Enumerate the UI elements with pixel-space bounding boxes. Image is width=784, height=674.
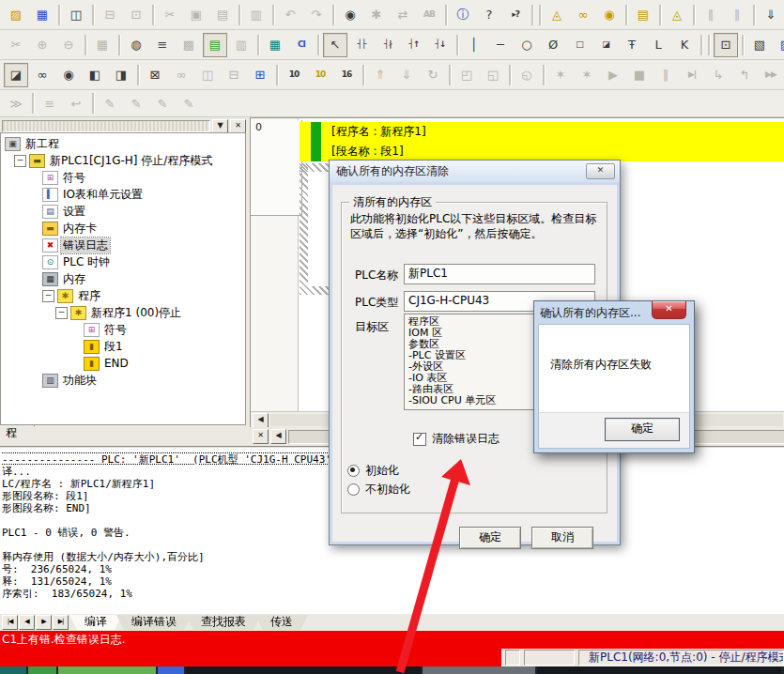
work-online-icon[interactable]: ◬	[545, 3, 569, 27]
help-icon[interactable]: ?	[477, 3, 501, 27]
tree-item-program1[interactable]: − ✱ 新程序1 (00)停止	[1, 304, 245, 321]
set-coil-icon[interactable]: □	[567, 33, 592, 57]
snap-tool-icon[interactable]: ✂	[4, 33, 28, 57]
rung-comment-icon[interactable]: ▤	[203, 33, 227, 57]
cancel-button[interactable]: 取消	[531, 527, 593, 549]
window-tile-icon[interactable]: ◱	[481, 63, 505, 87]
io-comment-icon[interactable]: ▥	[229, 33, 254, 57]
l-tool-icon[interactable]: L	[646, 33, 670, 57]
force-on-icon[interactable]: ⇑	[368, 63, 392, 87]
ladder-view-icon[interactable]: ◪	[4, 63, 28, 87]
tile-windows-icon[interactable]: ◧	[83, 63, 107, 87]
tree-expander-icon[interactable]: −	[55, 307, 68, 319]
paste-icon[interactable]: ▤	[210, 3, 235, 27]
pause-program-icon[interactable]: ‖	[699, 3, 723, 27]
pause2-icon[interactable]: ‖	[653, 63, 678, 87]
paste-special-icon[interactable]: ▥	[244, 3, 269, 27]
monitor-view-icon[interactable]: ▩	[177, 33, 201, 57]
step-in-icon[interactable]: ↳	[706, 63, 730, 87]
signed-decimal-icon[interactable]: 10	[308, 63, 332, 87]
properties-icon[interactable]: ◨	[109, 63, 133, 87]
binary-view-icon[interactable]: ⊞	[248, 63, 272, 87]
block-list-icon[interactable]: ≡	[38, 91, 62, 115]
indent-icon[interactable]: ≫	[4, 91, 28, 115]
instruction-icon[interactable]: Ŧ	[620, 33, 644, 57]
ok-button[interactable]: 确定	[459, 527, 521, 549]
coil-icon[interactable]: ○	[515, 33, 539, 57]
step-run-icon[interactable]: ▶|	[680, 63, 704, 87]
zoom-out-icon[interactable]: ⊖	[56, 33, 81, 57]
save-project-icon[interactable]: ▦	[30, 3, 54, 27]
tab-transfer[interactable]: 传送	[255, 615, 308, 630]
pause-icon[interactable]: ‖	[725, 3, 749, 27]
redo-icon[interactable]: ↷	[304, 3, 329, 27]
k-tool-icon[interactable]: K	[672, 33, 697, 57]
continuous-step-icon[interactable]: ▶▶	[759, 63, 783, 87]
close-icon[interactable]: ✕	[253, 429, 269, 444]
symbol-list-icon[interactable]: ≡	[150, 33, 175, 57]
tree-item-memory-card[interactable]: ▬ 内存卡	[1, 220, 245, 237]
find-icon[interactable]: ◉	[338, 3, 362, 27]
undo-icon[interactable]: ↶	[278, 3, 302, 27]
force-cancel-icon[interactable]: ↻	[421, 63, 445, 87]
play-icon[interactable]: ▶	[601, 63, 625, 87]
pen-send-icon[interactable]: ✎	[150, 91, 175, 115]
scroll-left-icon[interactable]: ◀	[270, 429, 286, 444]
tree-item-new-project[interactable]: ▣ 新工程	[1, 135, 245, 152]
tree-item-section1[interactable]: ▮ 段1	[1, 338, 245, 355]
print-icon[interactable]: ⊟	[98, 3, 122, 27]
pen-cancel-icon[interactable]: ✎	[177, 91, 201, 115]
tree-expander-icon[interactable]: −	[42, 290, 54, 302]
tree-item-program1-symbols[interactable]: ⊞ 符号	[1, 321, 245, 338]
checkbox-checked-icon[interactable]	[413, 433, 426, 446]
watch-window-icon[interactable]: ∞	[169, 63, 193, 87]
force-off-icon[interactable]: ⇓	[394, 63, 419, 87]
tree-item-programs[interactable]: − ✱ 程序	[1, 287, 245, 304]
monitor-mode-icon[interactable]: ∞	[571, 3, 595, 27]
ok-button[interactable]: 确定	[605, 418, 680, 441]
tab-find-report[interactable]: 查找报表	[186, 615, 261, 630]
monitor-update-icon[interactable]: ◵	[515, 63, 539, 87]
sma-table-icon[interactable]: ▦	[263, 33, 287, 57]
open-project-icon[interactable]: ▨	[4, 3, 28, 27]
tree-item-plc[interactable]: − ▬ 新PLC1[CJ1G-H] 停止/程序模式	[1, 152, 245, 169]
window-cascade-icon[interactable]: ◰	[454, 63, 479, 87]
stop-icon[interactable]: ■	[627, 63, 652, 87]
program-name-row[interactable]: [程序名 : 新程序1]	[300, 122, 784, 142]
cut-icon[interactable]: ✂	[158, 3, 182, 27]
pen-commit-icon[interactable]: ✎	[98, 91, 122, 115]
zoom-in-icon[interactable]: ⊕	[30, 33, 54, 57]
copy-icon[interactable]: ▣	[184, 3, 208, 27]
download-to-plc-icon[interactable]: ⇓	[759, 3, 783, 27]
symbols-window-icon[interactable]: ◉	[56, 63, 81, 87]
toolbox-icon[interactable]: ⊠	[143, 63, 167, 87]
radio-selected-icon[interactable]	[347, 465, 360, 477]
dialog-view-icon[interactable]: ⊟	[222, 63, 246, 87]
radio-icon[interactable]	[347, 483, 360, 496]
initialize-radio-row[interactable]: 初始化	[347, 463, 399, 479]
layers-icon[interactable]: ▧	[747, 33, 772, 57]
tree-expander-icon[interactable]: −	[14, 155, 26, 167]
hex-icon[interactable]: 16	[334, 63, 359, 87]
clear-error-log-row[interactable]: 清除错误日志	[413, 431, 500, 447]
tree-item-symbols[interactable]: ⊞ 符号	[1, 169, 245, 186]
compile-check-icon[interactable]: ◫	[64, 3, 88, 27]
contact-dn-icon[interactable]: ┤↓	[428, 33, 453, 57]
section-name-row[interactable]: [段名称 : 段1]	[300, 142, 784, 161]
tree-item-io-table[interactable]: ▍ IO表和单元设置	[1, 186, 245, 203]
vertical-line-icon[interactable]: │	[462, 33, 486, 57]
grid-show-icon[interactable]: ⊡	[714, 33, 738, 57]
comment-balloon-icon[interactable]: ◍	[124, 33, 148, 57]
output-window-icon[interactable]: ◫	[195, 63, 220, 87]
tree-item-error-log[interactable]: ✖ 错误日志	[1, 237, 245, 253]
print-preview-icon[interactable]: ⊡	[124, 3, 148, 27]
online-edit-icon[interactable]: ▤	[631, 3, 655, 27]
tab-scroll-right-icon[interactable]: ▶	[36, 615, 52, 630]
tree-item-plc-clock[interactable]: ⊙ PLC 时钟	[1, 253, 245, 270]
context-help-icon[interactable]: ▸?	[503, 3, 528, 27]
tree-item-end[interactable]: ▮ END	[1, 355, 245, 372]
workspace-scroll-track[interactable]	[2, 120, 210, 132]
tab-scroll-last-icon[interactable]: ▶|	[53, 615, 69, 630]
tree-item-settings[interactable]: ▤ 设置	[1, 203, 245, 220]
tab-scroll-first-icon[interactable]: |◀	[2, 615, 18, 630]
